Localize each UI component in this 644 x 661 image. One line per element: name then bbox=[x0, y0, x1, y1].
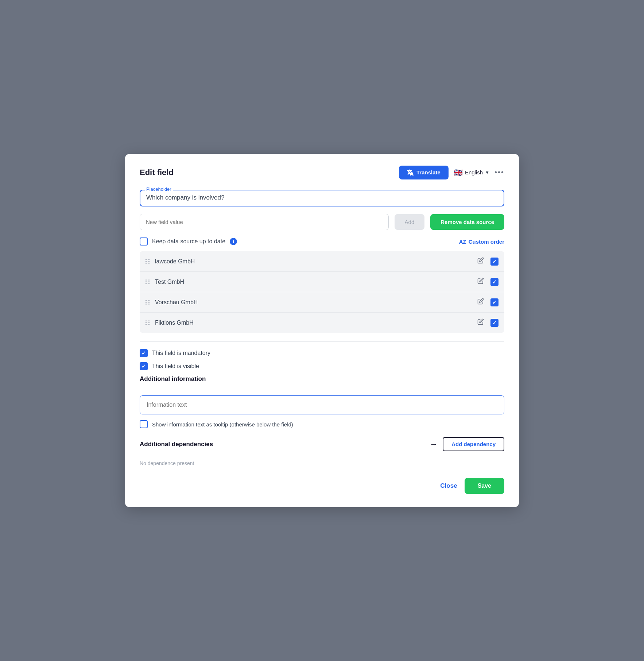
list-item: lawcode GmbH bbox=[140, 251, 504, 272]
divider bbox=[140, 341, 504, 342]
close-button[interactable]: Close bbox=[440, 482, 457, 490]
keep-source-left: Keep data source up to date i bbox=[140, 237, 237, 246]
language-label: English bbox=[465, 169, 483, 175]
tooltip-row: Show information text as tooltip (otherw… bbox=[140, 420, 504, 428]
edit-item-button[interactable] bbox=[475, 318, 486, 328]
keep-source-label: Keep data source up to date bbox=[152, 238, 225, 245]
mandatory-label: This field is mandatory bbox=[152, 350, 210, 356]
drag-handle[interactable] bbox=[146, 279, 151, 284]
info-text-input[interactable] bbox=[147, 402, 497, 408]
item-visible-checkbox[interactable] bbox=[490, 258, 498, 266]
dep-title: Additional dependencies bbox=[140, 441, 213, 448]
dep-right: → Add dependency bbox=[430, 437, 504, 451]
visible-checkbox[interactable] bbox=[140, 362, 148, 370]
info-field-group bbox=[140, 395, 504, 414]
remove-data-source-button[interactable]: Remove data source bbox=[430, 214, 504, 230]
flag-icon: 🇬🇧 bbox=[454, 168, 463, 177]
custom-order-label: Custom order bbox=[469, 239, 504, 245]
keep-source-checkbox[interactable] bbox=[140, 237, 148, 246]
divider bbox=[140, 388, 504, 388]
placeholder-label: Placeholder bbox=[145, 186, 173, 192]
dep-divider bbox=[140, 455, 504, 455]
translate-button[interactable]: Translate bbox=[399, 166, 449, 180]
mandatory-row: This field is mandatory bbox=[140, 349, 504, 357]
item-name: Test GmbH bbox=[155, 279, 471, 285]
item-name: Vorschau GmbH bbox=[155, 299, 471, 306]
drag-handle[interactable] bbox=[146, 259, 151, 264]
visible-row: This field is visible bbox=[140, 362, 504, 370]
placeholder-input[interactable] bbox=[146, 194, 498, 201]
edit-item-button[interactable] bbox=[475, 277, 486, 287]
modal-title: Edit field bbox=[140, 168, 174, 177]
tooltip-checkbox[interactable] bbox=[140, 420, 148, 428]
drag-handle[interactable] bbox=[146, 300, 151, 305]
item-visible-checkbox[interactable] bbox=[490, 298, 498, 306]
custom-order-button[interactable]: AZ Custom order bbox=[459, 239, 504, 245]
mandatory-checkbox[interactable] bbox=[140, 349, 148, 357]
modal-footer: Close Save bbox=[140, 478, 504, 494]
more-options-button[interactable]: ••• bbox=[494, 168, 504, 177]
translate-icon bbox=[407, 169, 414, 176]
edit-field-modal: Edit field Translate 🇬🇧 English ▼ ••• Pl… bbox=[125, 154, 519, 507]
new-value-row: Add Remove data source bbox=[140, 214, 504, 230]
add-dependency-button[interactable]: Add dependency bbox=[443, 437, 504, 451]
item-name: lawcode GmbH bbox=[155, 258, 471, 265]
add-button[interactable]: Add bbox=[395, 214, 425, 230]
item-name: Fiktions GmbH bbox=[155, 320, 471, 326]
save-button[interactable]: Save bbox=[465, 478, 504, 494]
item-visible-checkbox[interactable] bbox=[490, 278, 498, 286]
list-item: Fiktions GmbH bbox=[140, 313, 504, 333]
visible-label: This field is visible bbox=[152, 363, 199, 370]
no-dependence-label: No dependence present bbox=[140, 460, 504, 466]
additional-info-title: Additional information bbox=[140, 375, 504, 383]
translate-label: Translate bbox=[416, 169, 441, 175]
header-right: Translate 🇬🇧 English ▼ ••• bbox=[399, 166, 504, 180]
info-icon[interactable]: i bbox=[230, 238, 237, 245]
drag-handle[interactable] bbox=[146, 320, 151, 325]
dep-header: Additional dependencies → Add dependency bbox=[140, 437, 504, 451]
edit-item-button[interactable] bbox=[475, 297, 486, 307]
modal-header: Edit field Translate 🇬🇧 English ▼ ••• bbox=[140, 166, 504, 180]
arrow-right-icon: → bbox=[430, 440, 438, 449]
new-field-value-input[interactable] bbox=[140, 214, 389, 230]
items-list: lawcode GmbH Test GmbH Vor bbox=[140, 251, 504, 333]
placeholder-field-group: Placeholder bbox=[140, 190, 504, 206]
language-selector[interactable]: 🇬🇧 English ▼ bbox=[454, 168, 489, 177]
edit-item-button[interactable] bbox=[475, 256, 486, 266]
tooltip-label: Show information text as tooltip (otherw… bbox=[152, 421, 293, 428]
keep-source-row: Keep data source up to date i AZ Custom … bbox=[140, 237, 504, 246]
list-item: Test GmbH bbox=[140, 272, 504, 292]
item-visible-checkbox[interactable] bbox=[490, 319, 498, 327]
chevron-down-icon: ▼ bbox=[485, 170, 489, 175]
az-icon: AZ bbox=[459, 239, 466, 245]
list-item: Vorschau GmbH bbox=[140, 292, 504, 313]
